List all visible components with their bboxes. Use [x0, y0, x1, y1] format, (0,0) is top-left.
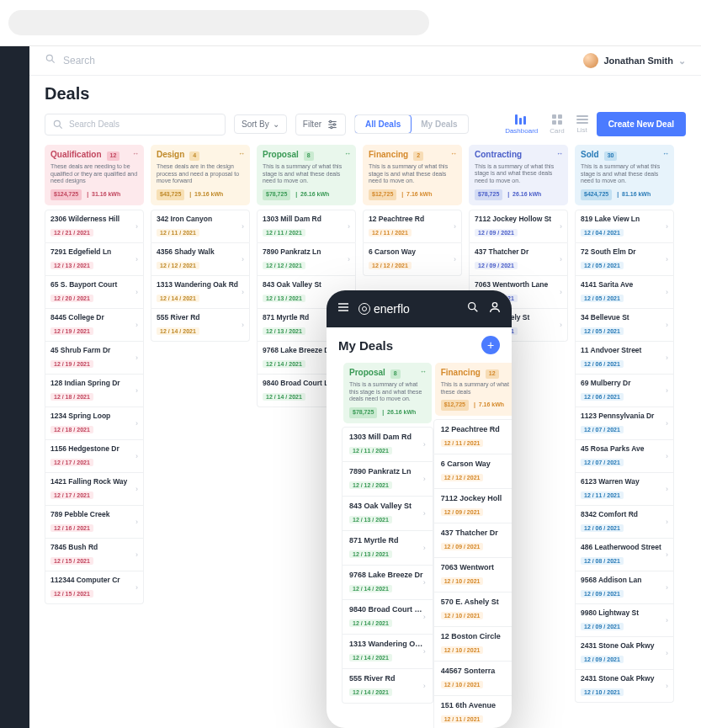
column-header[interactable]: ↔ Proposal 8 This is a summary of what t… [343, 363, 432, 423]
hamburger-icon[interactable] [337, 300, 350, 317]
search-icon[interactable] [466, 300, 480, 317]
column-header[interactable]: ↔ Financing 12 This is a summary of what… [435, 363, 512, 416]
deal-card[interactable]: 871 Myrtle Rd 12 / 13 / 2021 › [342, 531, 433, 566]
deal-card[interactable]: 7063 Wentwort 12 / 10 / 2021 › [433, 558, 512, 592]
deal-card[interactable]: 6123 Warren Way 12 / 11 / 2021 › [575, 473, 674, 506]
filter-button[interactable]: Filter [295, 114, 346, 136]
deal-card[interactable]: 151 6th Avenue 12 / 11 / 2021 › [433, 696, 512, 728]
deal-card[interactable]: 4356 Shady Walk 12 / 12 / 2021 › [151, 243, 250, 276]
filter-label: Filter [303, 120, 321, 129]
search-icon[interactable] [45, 53, 56, 68]
view-dashboard[interactable]: Dashboard [505, 114, 538, 135]
deal-card[interactable]: 1123 Pennsylvania Dr 12 / 07 / 2021 › [575, 407, 674, 440]
deal-title: 6123 Warren Way [581, 477, 666, 486]
deal-card[interactable]: 789 Pebble Creek 12 / 16 / 2021 › [45, 506, 144, 539]
deal-card[interactable]: 12 Peachtree Rd 12 / 11 / 2021 › [363, 210, 462, 243]
deal-card[interactable]: 437 Thatcher Dr 12 / 09 / 2021 › [469, 243, 568, 276]
sort-by-dropdown[interactable]: Sort By ⌄ [234, 114, 287, 134]
deal-card[interactable]: 555 River Rd 12 / 14 / 2021 › [151, 309, 250, 342]
deal-card[interactable]: 486 Leatherwood Street 12 / 08 / 2021 › [575, 539, 674, 571]
chevron-down-icon: ⌄ [678, 56, 686, 66]
deal-card[interactable]: 45 Rosa Parks Ave 12 / 07 / 2021 › [575, 440, 674, 473]
deal-card[interactable]: 9568 Addison Lan 12 / 09 / 2021 › [575, 571, 674, 604]
column-count: 8 [390, 369, 401, 379]
deal-card[interactable]: 1303 Mill Dam Rd 12 / 11 / 2021 › [342, 427, 433, 462]
deal-card[interactable]: 4141 Sarita Ave 12 / 05 / 2021 › [575, 276, 674, 309]
svg-point-8 [333, 123, 335, 125]
column-header[interactable]: ↔ Proposal 8 This is a summary of what t… [257, 145, 356, 205]
deal-card[interactable]: 7845 Bush Rd 12 / 15 / 2021 › [45, 539, 144, 571]
deal-card[interactable]: 8342 Comfort Rd 12 / 06 / 2021 › [575, 506, 674, 539]
column-header[interactable]: ↔ Qualification 12 These deals are needi… [45, 145, 144, 205]
deal-card[interactable]: 6 Carson Way 12 / 12 / 2021 › [433, 454, 512, 489]
expand-icon[interactable]: ↔ [238, 150, 245, 158]
expand-icon[interactable]: ↔ [511, 368, 512, 376]
deal-card[interactable]: 1156 Hedgestone Dr 12 / 17 / 2021 › [45, 440, 144, 473]
column-header[interactable]: ↔ Sold 30 This is a summary of what this… [575, 145, 674, 205]
deal-card[interactable]: 45 Shrub Farm Dr 12 / 19 / 2021 › [45, 342, 144, 375]
create-new-deal-button[interactable]: Create New Deal [597, 112, 686, 136]
deal-card[interactable]: 11 Andvoer Street 12 / 06 / 2021 › [575, 342, 674, 375]
column-header[interactable]: ↔ Contracting This is a summary of what … [469, 145, 568, 205]
deal-card[interactable]: 12 Boston Circle 12 / 10 / 2021 › [433, 627, 512, 662]
user-icon[interactable] [488, 300, 502, 317]
search-deals-input[interactable]: Search Deals [45, 114, 226, 136]
column-header[interactable]: ↔ Financing 2 This is a summary of what … [363, 145, 462, 205]
topbar: Search Jonathan Smith ⌄ [29, 46, 701, 76]
deal-card[interactable]: 2431 Stone Oak Pkwy 12 / 10 / 2021 › [575, 670, 674, 703]
view-list[interactable]: List [576, 115, 588, 134]
deal-card[interactable]: 2431 Stone Oak Pkwy 12 / 09 / 2021 › [575, 637, 674, 670]
deal-card[interactable]: 69 Mulberry Dr 12 / 06 / 2021 › [575, 375, 674, 407]
deal-title: 1313 Wandering Oak Rd [349, 640, 423, 648]
expand-icon[interactable]: ↔ [556, 150, 563, 158]
deal-card[interactable]: 7291 Edgefield Ln 12 / 13 / 2021 › [45, 243, 144, 276]
kanban-column-design: ↔ Design 4 These deals are in the design… [151, 145, 250, 703]
deal-card[interactable]: 9980 Lightway St 12 / 09 / 2021 › [575, 604, 674, 637]
deal-card[interactable]: 34 Bellevue St 12 / 05 / 2021 › [575, 309, 674, 342]
add-deal-fab[interactable]: + [481, 336, 500, 354]
deal-title: 12 Peachtree Rd [369, 215, 454, 223]
deal-card[interactable]: 819 Lake View Ln 12 / 04 / 2021 › [575, 210, 674, 243]
deal-card[interactable]: 7890 Pankratz Ln 12 / 12 / 2021 › [257, 243, 356, 276]
view-card[interactable]: Card [550, 114, 564, 135]
expand-icon[interactable]: ↔ [132, 150, 139, 158]
deal-card[interactable]: 12 Peachtree Rd 12 / 11 / 2021 › [433, 419, 512, 454]
deal-title: 151 6th Avenue [441, 701, 512, 709]
deal-card[interactable]: 1313 Wandering Oak Rd 12 / 14 / 2021 › [342, 635, 433, 669]
expand-icon[interactable]: ↔ [450, 150, 457, 158]
tab-all-deals[interactable]: All Deals [354, 114, 412, 134]
deal-card[interactable]: 44567 Sonterra 12 / 10 / 2021 › [433, 662, 512, 696]
deal-card[interactable]: 342 Iron Canyon 12 / 11 / 2021 › [151, 210, 250, 243]
deal-card[interactable]: 1303 Mill Dam Rd 12 / 11 / 2021 › [257, 210, 356, 243]
deal-card[interactable]: 9768 Lake Breeze Dr 12 / 14 / 2021 › [342, 566, 433, 600]
deal-card[interactable]: 7890 Pankratz Ln 12 / 12 / 2021 › [342, 462, 433, 497]
deal-card[interactable]: 6 Carson Way 12 / 12 / 2021 › [363, 243, 462, 276]
expand-icon[interactable]: ↔ [662, 150, 669, 158]
deal-card[interactable]: 570 E. Ashely St 12 / 10 / 2021 › [433, 592, 512, 627]
deal-card[interactable]: 1313 Wandering Oak Rd 12 / 14 / 2021 › [151, 276, 250, 309]
column-name: Proposal [349, 368, 385, 377]
deal-card[interactable]: 843 Oak Valley St 12 / 13 / 2021 › [342, 497, 433, 531]
deal-card[interactable]: 2306 Wilderness Hill 12 / 21 / 2021 › [45, 210, 144, 243]
expand-icon[interactable]: ↔ [344, 150, 351, 158]
deal-card[interactable]: 112344 Computer Cr 12 / 15 / 2021 › [45, 571, 144, 604]
column-card-list: 819 Lake View Ln 12 / 04 / 2021 › 72 Sou… [575, 210, 674, 703]
user-menu[interactable]: Jonathan Smith ⌄ [583, 53, 686, 68]
deal-card[interactable]: 128 Indian Spring Dr 12 / 18 / 2021 › [45, 375, 144, 407]
deal-card[interactable]: 7112 Jockey Hollow St 12 / 09 / 2021 › [469, 210, 568, 243]
url-bar[interactable] [8, 10, 429, 35]
deal-card[interactable]: 65 S. Bayport Court 12 / 20 / 2021 › [45, 276, 144, 309]
deal-card[interactable]: 437 Thatcher Dr 12 / 09 / 2021 › [433, 523, 512, 558]
deal-card[interactable]: 1234 Spring Loop 12 / 18 / 2021 › [45, 407, 144, 440]
deal-card[interactable]: 1421 Falling Rock Way 12 / 17 / 2021 › [45, 473, 144, 506]
expand-icon[interactable]: ↔ [420, 368, 427, 376]
column-header[interactable]: ↔ Design 4 These deals are in the design… [151, 145, 250, 205]
deal-card[interactable]: 8445 College Dr 12 / 19 / 2021 › [45, 309, 144, 342]
deal-card[interactable]: 7112 Jockey Holl 12 / 09 / 2021 › [433, 489, 512, 523]
chevron-right-icon: › [348, 222, 350, 231]
tab-my-deals[interactable]: My Deals [411, 115, 467, 133]
deal-card[interactable]: 72 South Elm Dr 12 / 05 / 2021 › [575, 243, 674, 276]
deal-card[interactable]: 555 River Rd 12 / 14 / 2021 › [342, 669, 433, 704]
deal-card[interactable]: 9840 Broad Court Ln 12 / 14 / 2021 › [342, 600, 433, 635]
global-search-input[interactable]: Search [63, 55, 95, 66]
